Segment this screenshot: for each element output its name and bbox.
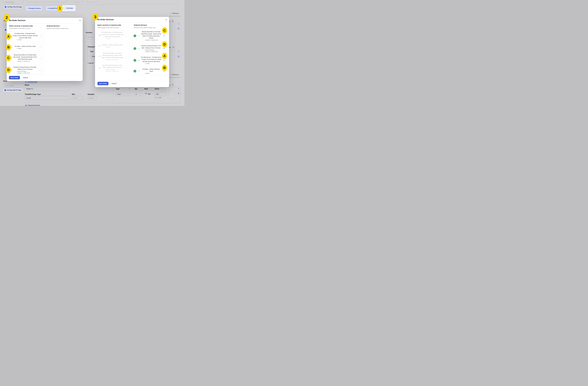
package-type-input[interactable]: 10 KM — [25, 96, 69, 100]
service-title: Port Blair Arrival - Port Blair Arrival … — [13, 33, 38, 39]
add-more-button-fragment[interactable]: + Add M — [87, 62, 93, 64]
service-detail: • 4 Adult — [141, 73, 162, 74]
service-title: Port Blair - Cellular Jail Entry Ticket — [141, 68, 162, 72]
service-card-body: Port Blair - Cellular Jail Entry Ticket•… — [101, 44, 124, 48]
service-name-input[interactable]: Boat Transfer (4pax) (2y+) [[0kk]] — [26, 0, 67, 2]
remove-item-button[interactable]: ✕ — [176, 22, 181, 25]
type-label-mid: Type — [90, 51, 94, 52]
ordered-column-heading: Ordered Services — [134, 24, 147, 26]
refresh-icon[interactable] — [172, 20, 174, 22]
service-card-A[interactable]: Port Blair Arrival - Port Blair Arrival … — [97, 30, 129, 40]
name-input[interactable]: Raider 01 — [25, 87, 69, 91]
add-to-order-arrow-button[interactable]: → — [38, 34, 42, 39]
save-order-button[interactable]: Save Order — [98, 82, 108, 85]
service-card-body: Port Blair Arrival - Port Blair Arrival … — [141, 56, 162, 64]
ticket-icon — [25, 81, 27, 83]
service-detail: • 1 Swift — [101, 38, 124, 39]
select-days-input-top[interactable]: Select day(s)... — [3, 0, 23, 4]
car-icon — [138, 60, 140, 61]
modal-footer-divider — [7, 74, 83, 75]
day-chip-1st-day[interactable]: ✓ 1st Day (Thu 25 Sep) — [3, 5, 22, 8]
service-card-D[interactable]: Havelock (Swaraj Dweep) to Port Balir - … — [97, 63, 129, 73]
checkbox-checked-icon[interactable]: ✓ — [5, 29, 6, 31]
cancel-button[interactable]: Cancel — [21, 76, 29, 79]
duplicate-item-button[interactable] — [176, 27, 181, 30]
ordered-column-heading: Ordered Services — [46, 25, 60, 27]
close-button[interactable]: ✕ — [164, 18, 168, 21]
ordered-services-list: Banana Boat Ride in Port Blair (North Ba… — [137, 30, 167, 75]
itinerary-builder-page: Select day(s)... Boat Transfer (4pax) (2… — [0, 0, 184, 106]
transport-service-tab[interactable]: Transport Service — [25, 104, 40, 106]
duration-input-top[interactable]: 60 Mins — [88, 0, 97, 2]
activity-ticket-tab[interactable]: Activity/Ticket — [25, 81, 38, 83]
modal-title: Re-Order Services — [97, 19, 114, 21]
add-transport-service-button[interactable]: + Transport Service — [26, 6, 42, 11]
order-number-badge: 1 — [134, 35, 136, 37]
horizontal-scrollbar[interactable] — [169, 77, 180, 78]
close-button[interactable]: ✕ — [78, 19, 82, 22]
service-card-body: Havelock (Swaraj Dweep) to Port Balir - … — [101, 64, 124, 72]
refresh-icon[interactable] — [172, 46, 174, 48]
select-services-list-disabled: Port Blair Arrival - Port Blair Arrival … — [97, 30, 129, 73]
add-to-order-arrow-button[interactable]: → — [38, 67, 42, 72]
add-to-order-arrow-button[interactable]: → — [38, 56, 42, 61]
service-title: Port Blair - Cellular Jail Entry Ticket — [13, 45, 38, 47]
service-card-C[interactable]: Banana Boat Ride in Port Blair (North Ba… — [9, 53, 43, 63]
add-to-order-arrow-button[interactable]: → — [124, 65, 127, 71]
remove-from-order-button[interactable]: ✕ — [162, 34, 166, 38]
annotation-step-2: 2 — [4, 14, 10, 21]
service-card-body: Port Blair Arrival - Port Blair Arrival … — [101, 31, 124, 39]
duration-input[interactable]: 60 Mins — [88, 96, 97, 100]
checkbox-checked-icon[interactable]: ✓ — [4, 89, 6, 91]
service-card-body: Havelock (Swaraj Dweep) to Port Balir - … — [13, 66, 38, 74]
reorder-button[interactable]: ↑↓ Re-Order — [63, 6, 75, 10]
service-detail: • 08:00 (90 Mins) — [101, 69, 124, 70]
slot-input-top[interactable]: 14:00 — [74, 0, 83, 2]
add-to-order-arrow-button[interactable]: → — [38, 45, 42, 50]
select-services-list: Port Blair Arrival - Port Blair Arrival … — [9, 32, 43, 75]
checkbox-checked-icon[interactable]: ✓ — [5, 6, 6, 8]
slot-input[interactable]: 14:00 — [72, 96, 84, 100]
pricing-type-header: Type — [116, 88, 120, 90]
ticket-icon — [99, 56, 101, 57]
service-detail: • 3 Adult, 1 Child (6-18) — [141, 51, 162, 52]
service-detail: • 3 Adult, 1 Child (6-12) — [141, 39, 162, 41]
service-card-B[interactable]: Port Blair - Cellular Jail Entry Ticket•… — [97, 42, 129, 49]
qty-input[interactable]: 4 — [134, 92, 141, 96]
save-order-button[interactable]: Save Order — [9, 76, 20, 79]
service-card-C: Banana Boat Ride in Port Blair (North Ba… — [137, 30, 167, 42]
annotation-step-3: 3 — [92, 13, 98, 20]
remove-item-button[interactable]: ✕ — [176, 50, 181, 53]
service-title: Port Blair - Cellular Jail Entry Ticket — [101, 44, 124, 46]
annotation-letter-D: D — [162, 41, 167, 48]
service-card-B[interactable]: Port Blair - Cellular Jail Entry Ticket•… — [9, 44, 43, 51]
service-title: Port Blair Arrival - Port Blair Arrival … — [101, 31, 124, 38]
order-number-badge: 4 — [134, 70, 136, 72]
add-to-order-arrow-button[interactable]: → — [124, 33, 127, 38]
service-detail: • 1 Swift — [141, 63, 162, 64]
remove-service-row-button[interactable]: ✕ Remove — [170, 74, 179, 76]
service-card-body: Port Blair Arrival - Port Blair Arrival … — [13, 33, 38, 41]
refresh-icon[interactable] — [172, 84, 174, 86]
reorder-modal-empty: Re-Order Services ✕ Select services in d… — [7, 18, 83, 81]
service-card-D[interactable]: Havelock (Swaraj Dweep) to Port Balir - … — [9, 65, 43, 75]
annotation-letter-A: A — [6, 33, 11, 40]
service-detail: • 1 Swift — [13, 39, 38, 41]
service-card-C[interactable]: Banana Boat Ride in Port Blair (North Ba… — [97, 51, 129, 61]
duplicate-item-button[interactable] — [176, 55, 181, 58]
remove-service-row-button[interactable]: ✕ Remove — [170, 12, 179, 14]
service-detail: • 3 Adult, 1 Child (6-12) — [101, 59, 124, 60]
service-card-A[interactable]: Port Blair Arrival - Port Blair Arrival … — [9, 32, 43, 41]
add-to-order-arrow-button[interactable]: → — [124, 54, 127, 59]
given-rate-input[interactable]: 350 — [154, 92, 166, 96]
service-detail: • 4 Adult — [13, 48, 38, 49]
select-days-input-bottom[interactable]: Select day(s)... — [3, 83, 23, 87]
horizontal-scrollbar[interactable] — [169, 16, 180, 17]
rate-calculation-text: x 4 = 1,400 — [154, 97, 162, 99]
add-pax-type-button[interactable]: + — [129, 88, 130, 90]
service-title: Banana Boat Ride in Port Blair (North Ba… — [101, 52, 124, 59]
cancel-button[interactable]: Cancel — [110, 82, 118, 85]
day-chip-3rd-day[interactable]: ✓ 3rd Day (Sat 27 Sep) — [3, 88, 22, 92]
pax-type-input[interactable]: Adult — [116, 92, 130, 96]
add-to-order-arrow-button[interactable]: → — [124, 43, 127, 48]
